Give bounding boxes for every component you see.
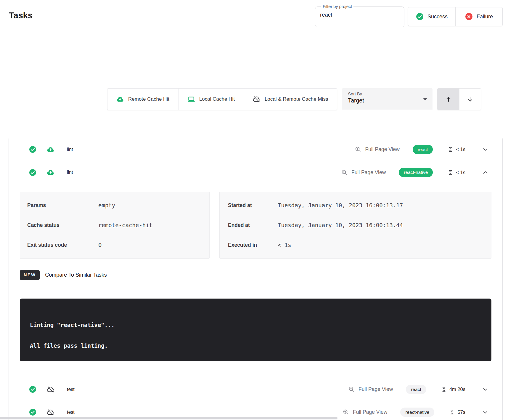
ended-at-label: Ended at	[228, 222, 278, 228]
full-page-view-label: Full Page View	[351, 169, 386, 176]
task-name: lint	[67, 147, 73, 152]
cache-status-row: Cache status remote-cache-hit	[20, 216, 209, 234]
remote-cache-hit-button[interactable]: Remote Cache Hit	[107, 89, 178, 110]
full-page-view-button[interactable]: Full Page View	[355, 146, 399, 153]
zoom-in-icon	[341, 169, 348, 176]
sort-by-value: Target	[348, 97, 427, 104]
chevron-up-icon	[482, 169, 489, 176]
zoom-in-icon	[348, 386, 355, 393]
exit-code-row: Exit status code 0	[20, 236, 209, 254]
task-duration: < 1s	[448, 170, 465, 175]
task-name: lint	[67, 170, 73, 175]
executed-in-value: < 1s	[278, 242, 291, 248]
task-timing-panel: Started at Tuesday, January 10, 2023 16:…	[219, 192, 491, 259]
sort-by-select[interactable]: Sort By Target	[342, 88, 433, 110]
full-page-view-label: Full Page View	[353, 409, 387, 415]
task-duration: 4m 20s	[441, 387, 465, 392]
project-filter-input[interactable]: react	[320, 12, 399, 18]
status-success-icon	[29, 386, 36, 393]
header-controls: Filter by project react Success Failure	[315, 4, 503, 27]
task-name: test	[67, 387, 75, 392]
compare-to-similar-tasks-link[interactable]: Compare To Similar Tasks	[45, 272, 107, 278]
ended-at-row: Ended at Tuesday, January 10, 2023 16:00…	[220, 216, 491, 234]
cloud-download-icon	[47, 169, 54, 176]
full-page-view-label: Full Page View	[359, 386, 393, 392]
success-filter-button[interactable]: Success	[408, 7, 455, 26]
arrow-down-icon	[467, 96, 474, 103]
local-cache-hit-label: Local Cache Hit	[199, 96, 235, 102]
task-row-lint-react[interactable]: lint Full Page View react < 1s	[9, 138, 502, 161]
task-duration-text: 4m 20s	[449, 387, 465, 392]
cache-filter-group: Remote Cache Hit Local Cache Hit Local &…	[107, 88, 337, 110]
task-list-card: lint Full Page View react < 1s	[9, 138, 503, 420]
hourglass-icon	[448, 147, 453, 152]
success-check-icon	[416, 13, 424, 20]
exit-code-value: 0	[98, 242, 102, 248]
success-filter-label: Success	[427, 14, 448, 20]
status-success-icon	[29, 169, 36, 176]
task-duration: 57s	[449, 409, 465, 415]
full-page-view-button[interactable]: Full Page View	[348, 386, 393, 393]
cloud-off-icon	[47, 408, 54, 416]
ended-at-value: Tuesday, January 10, 2023 16:00:13.44	[278, 222, 403, 228]
laptop-icon	[187, 95, 195, 103]
status-success-icon	[29, 408, 36, 416]
project-filter-field[interactable]: Filter by project react	[315, 4, 404, 27]
failure-x-icon	[465, 13, 473, 20]
terminal-line: Linting "react-native"...	[30, 322, 481, 328]
caret-down-icon	[423, 98, 427, 100]
horizontal-scrollbar[interactable]	[0, 417, 337, 419]
executed-in-row: Executed in < 1s	[220, 236, 491, 254]
project-badge: react	[406, 385, 426, 394]
task-details-section: Params empty Cache status remote-cache-h…	[9, 184, 502, 361]
expand-row-button[interactable]	[482, 146, 489, 153]
cloud-download-icon	[47, 146, 54, 153]
task-duration-text: < 1s	[456, 147, 465, 152]
project-badge: react	[413, 145, 433, 154]
failure-filter-label: Failure	[477, 14, 493, 20]
zoom-in-icon	[355, 146, 361, 153]
task-name: test	[67, 410, 75, 415]
remote-cache-hit-label: Remote Cache Hit	[128, 96, 169, 102]
failure-filter-button[interactable]: Failure	[455, 7, 502, 26]
task-meta-panel: Params empty Cache status remote-cache-h…	[20, 192, 210, 259]
cache-miss-button[interactable]: Local & Remote Cache Miss	[244, 89, 337, 110]
sort-ascending-button[interactable]	[438, 89, 459, 110]
new-badge: NEW	[20, 270, 40, 280]
arrow-up-icon	[445, 96, 452, 103]
zoom-in-icon	[343, 409, 349, 416]
full-page-view-button[interactable]: Full Page View	[343, 409, 387, 416]
task-duration-text: < 1s	[456, 170, 465, 175]
exit-code-label: Exit status code	[27, 242, 98, 248]
hourglass-icon	[441, 387, 447, 392]
started-at-row: Started at Tuesday, January 10, 2023 16:…	[220, 196, 491, 214]
cache-status-value: remote-cache-hit	[98, 222, 152, 228]
project-badge: react-native	[399, 168, 433, 177]
sort-by-label: Sort By	[348, 92, 427, 96]
expand-row-button[interactable]	[482, 386, 489, 393]
sort-descending-button[interactable]	[459, 89, 481, 110]
task-row-lint-react-native[interactable]: lint Full Page View react-native < 1s	[9, 161, 502, 184]
chevron-down-icon	[482, 146, 489, 153]
local-cache-hit-button[interactable]: Local Cache Hit	[178, 89, 244, 110]
full-page-view-button[interactable]: Full Page View	[341, 169, 386, 176]
page-header: Tasks Filter by project react Success F	[0, 0, 508, 36]
cloud-download-icon	[116, 95, 124, 103]
cloud-off-icon	[47, 386, 54, 393]
started-at-value: Tuesday, January 10, 2023 16:00:13.17	[278, 202, 403, 209]
full-page-view-label: Full Page View	[365, 146, 399, 153]
started-at-label: Started at	[228, 202, 278, 209]
hourglass-icon	[449, 409, 455, 415]
collapse-row-button[interactable]	[482, 169, 489, 176]
sort-direction-group	[437, 88, 481, 110]
task-row-test-react[interactable]: test Full Page View react 4m 20s	[9, 378, 502, 401]
cache-status-label: Cache status	[27, 222, 98, 228]
params-row: Params empty	[20, 196, 209, 214]
expand-row-button[interactable]	[482, 409, 489, 416]
task-duration-text: 57s	[457, 409, 465, 415]
executed-in-label: Executed in	[228, 242, 278, 248]
task-duration: < 1s	[448, 147, 465, 152]
params-label: Params	[27, 202, 98, 209]
project-badge: react-native	[400, 408, 434, 417]
cloud-off-icon	[253, 95, 261, 103]
